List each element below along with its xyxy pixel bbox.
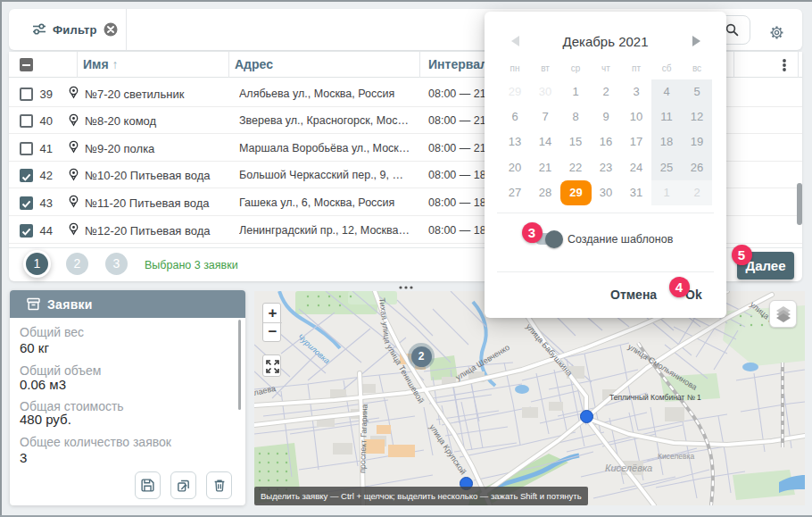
- svg-text:Киселёвка: Киселёвка: [605, 463, 652, 473]
- svg-text:Тепличный Комбинат № 1: Тепличный Комбинат № 1: [609, 393, 701, 402]
- svg-text:Киселевка: Киселевка: [658, 452, 695, 461]
